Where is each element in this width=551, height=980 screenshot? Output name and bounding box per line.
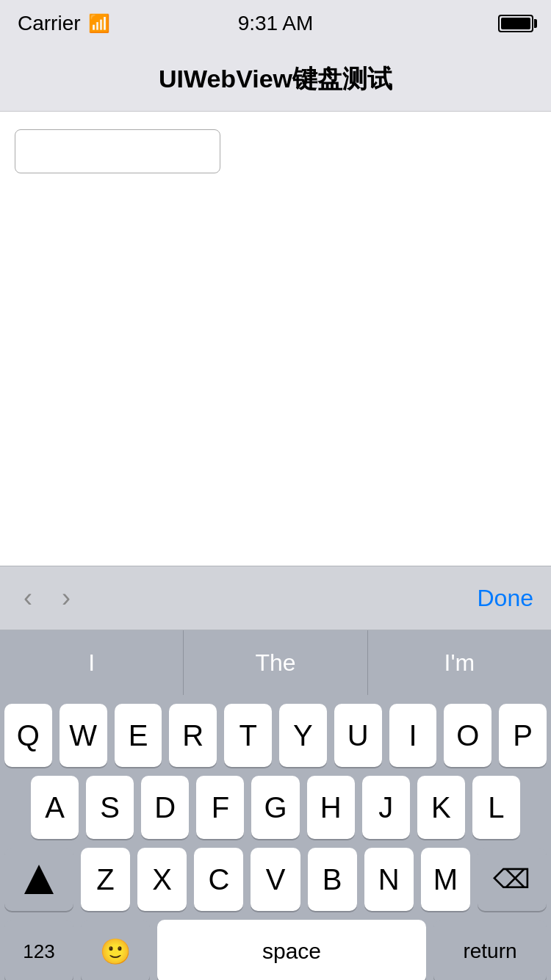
key-h[interactable]: H <box>307 776 355 839</box>
keyboard: Q W E R T Y U I O P A S D F G H J K L Z … <box>0 695 551 980</box>
battery-fill <box>501 18 530 29</box>
nav-bar: UIWebView键盘测试 <box>0 47 551 112</box>
key-o[interactable]: O <box>444 704 491 767</box>
space-label: space <box>262 939 321 964</box>
predictive-item-3[interactable]: I'm <box>368 630 551 695</box>
carrier-info: Carrier 📶 <box>18 12 110 35</box>
toolbar-nav: ‹ › <box>18 582 76 614</box>
key-c[interactable]: C <box>194 848 243 911</box>
key-i[interactable]: I <box>389 704 437 767</box>
predictive-text-2: The <box>255 649 295 677</box>
key-p[interactable]: P <box>499 704 547 767</box>
key-g[interactable]: G <box>251 776 299 839</box>
chevron-right-icon: › <box>62 583 71 613</box>
key-f[interactable]: F <box>196 776 244 839</box>
shift-key[interactable] <box>4 848 73 911</box>
delete-key[interactable]: ⌫ <box>478 848 547 911</box>
battery-icon <box>498 15 533 32</box>
carrier-label: Carrier <box>18 12 81 35</box>
key-b[interactable]: B <box>308 848 357 911</box>
key-x[interactable]: X <box>137 848 187 911</box>
key-d[interactable]: D <box>141 776 189 839</box>
text-input[interactable] <box>15 129 220 173</box>
keyboard-toolbar: ‹ › Done <box>0 566 551 630</box>
emoji-icon: 🙂 <box>100 937 131 966</box>
shift-icon <box>24 865 54 894</box>
key-z[interactable]: Z <box>81 848 130 911</box>
key-row-4: 123 🙂 space return <box>4 920 547 980</box>
key-n[interactable]: N <box>364 848 414 911</box>
key-j[interactable]: J <box>362 776 410 839</box>
next-field-button[interactable]: › <box>56 582 76 614</box>
predictive-text-1: I <box>88 649 95 677</box>
key-l[interactable]: L <box>472 776 520 839</box>
predictive-item-2[interactable]: The <box>184 630 367 695</box>
key-e[interactable]: E <box>115 704 162 767</box>
numbers-label: 123 <box>23 940 54 963</box>
key-r[interactable]: R <box>169 704 217 767</box>
chevron-left-icon: ‹ <box>24 583 32 613</box>
key-row-2: A S D F G H J K L <box>4 776 547 839</box>
done-button[interactable]: Done <box>478 585 534 612</box>
content-area <box>0 112 551 566</box>
key-m[interactable]: M <box>421 848 470 911</box>
return-label: return <box>463 940 516 963</box>
predictive-bar: I The I'm <box>0 630 551 695</box>
space-key[interactable]: space <box>157 920 426 980</box>
key-u[interactable]: U <box>334 704 382 767</box>
key-v[interactable]: V <box>251 848 300 911</box>
key-row-3: Z X C V B N M ⌫ <box>4 848 547 911</box>
return-key[interactable]: return <box>433 920 547 980</box>
delete-icon: ⌫ <box>493 864 530 895</box>
status-right <box>498 15 533 32</box>
status-time: 9:31 AM <box>238 12 314 35</box>
key-w[interactable]: W <box>60 704 107 767</box>
key-a[interactable]: A <box>31 776 79 839</box>
key-k[interactable]: K <box>417 776 465 839</box>
key-s[interactable]: S <box>86 776 134 839</box>
predictive-text-3: I'm <box>444 649 475 677</box>
key-t[interactable]: T <box>224 704 272 767</box>
predictive-item-1[interactable]: I <box>0 630 184 695</box>
nav-title: UIWebView键盘测试 <box>159 62 392 96</box>
prev-field-button[interactable]: ‹ <box>18 582 38 614</box>
key-y[interactable]: Y <box>279 704 327 767</box>
key-row-1: Q W E R T Y U I O P <box>4 704 547 767</box>
wifi-icon: 📶 <box>88 13 110 34</box>
emoji-key[interactable]: 🙂 <box>81 920 150 980</box>
status-bar: Carrier 📶 9:31 AM <box>0 0 551 47</box>
numbers-key[interactable]: 123 <box>4 920 73 980</box>
key-q[interactable]: Q <box>4 704 52 767</box>
